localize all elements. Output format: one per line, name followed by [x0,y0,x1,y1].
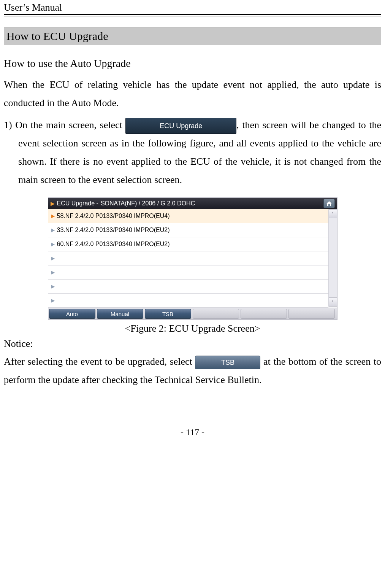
subheading: How to use the Auto Upgrade [4,57,381,70]
window-title-prefix: ECU Upgrade - [57,200,98,207]
step-1: 1) On the main screen, select ECU Upgrad… [4,116,381,189]
ecu-upgrade-button[interactable]: ECU Upgrade [125,118,236,134]
list-item[interactable]: ▶ 60.NF 2.4/2.0 P0133/P0340 IMPRO(EU2) [48,237,328,251]
notice-heading: Notice: [4,338,381,350]
chevron-right-icon: ▶ [51,242,55,247]
title-arrow-icon: ▶ [51,200,55,207]
window-title-vehicle: SONATA(NF) / 2006 / G 2.0 DOHC [101,200,195,207]
list-item-empty: ▶ [48,251,328,265]
list-item-empty: ▶ [48,280,328,294]
chevron-right-icon: ▶ [51,270,55,275]
tab-empty [288,309,335,319]
scroll-down-icon[interactable]: ˅ [329,297,337,307]
notice-text-a: After selecting the event to be upgraded… [4,356,195,367]
chevron-right-icon: ▶ [51,284,55,289]
event-label: 33.NF 2.4/2.0 P0133/P0340 IMPRO(EU2) [57,227,170,234]
event-label: 58.NF 2.4/2.0 P0133/P0340 IMPRO(EU4) [57,213,170,219]
tab-auto[interactable]: Auto [49,309,95,319]
list-item[interactable]: ▶ 33.NF 2.4/2.0 P0133/P0340 IMPRO(EU2) [48,223,328,237]
list-item[interactable]: ▶ 58.NF 2.4/2.0 P0133/P0340 IMPRO(EU4) [48,209,328,223]
chevron-right-icon: ▶ [51,298,55,303]
step-prefix: 1) [4,119,15,130]
chevron-right-icon: ▶ [51,256,55,261]
header-rule [4,14,381,16]
event-label: 60.NF 2.4/2.0 P0133/P0340 IMPRO(EU2) [57,241,170,248]
list-item-empty: ▶ [48,294,328,308]
step-text-a: On the main screen, select [15,119,125,130]
ecu-upgrade-window: ▶ ECU Upgrade - SONATA(NF) / 2006 / G 2.… [48,197,337,320]
scrollbar[interactable]: ˄ ˅ [328,209,337,307]
scroll-up-icon[interactable]: ˄ [329,209,337,218]
tsb-button[interactable]: TSB [195,356,260,369]
notice-paragraph: After selecting the event to be upgraded… [4,353,381,389]
home-icon[interactable] [323,199,335,208]
window-titlebar: ▶ ECU Upgrade - SONATA(NF) / 2006 / G 2.… [48,198,337,209]
tab-manual[interactable]: Manual [97,309,143,319]
tab-tsb[interactable]: TSB [145,309,191,319]
figure-caption: <Figure 2: ECU Upgrade Screen> [125,323,260,334]
chevron-right-icon: ▶ [51,213,55,219]
list-item-empty: ▶ [48,265,328,280]
intro-paragraph: When the ECU of relating vehicle has the… [4,76,381,112]
chevron-right-icon: ▶ [51,227,55,233]
event-list: ▶ 58.NF 2.4/2.0 P0133/P0340 IMPRO(EU4) ▶… [48,209,328,308]
tab-empty [241,309,287,319]
section-title: How to ECU Upgrade [4,27,381,45]
doc-header: User’s Manual [4,2,62,13]
tab-empty [193,309,239,319]
bottom-tab-bar: Auto Manual TSB [48,308,337,319]
page-number: - 117 - [4,427,381,445]
